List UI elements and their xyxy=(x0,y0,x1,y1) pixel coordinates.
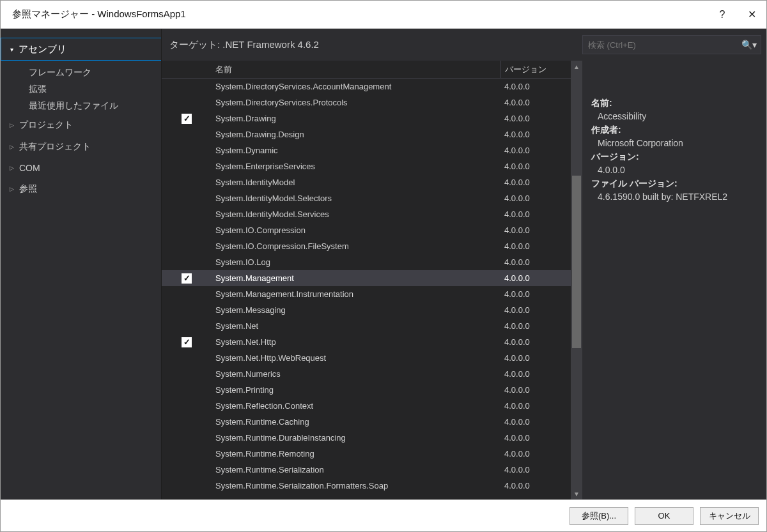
sidebar-sub-item[interactable]: 拡張 xyxy=(1,81,161,98)
scroll-down-arrow[interactable]: ▼ xyxy=(571,488,582,499)
cancel-button[interactable]: キャンセル xyxy=(700,507,759,525)
table-row[interactable]: ✓System.Management4.0.0.0 xyxy=(162,270,571,286)
sidebar-category-label: 共有プロジェクト xyxy=(19,141,91,153)
table-row[interactable]: System.Runtime.Serialization4.0.0.0 xyxy=(162,462,571,478)
row-name: System.IdentityModel.Selectors xyxy=(212,194,500,203)
detail-filever-value: 4.6.1590.0 built by: NETFXREL2 xyxy=(591,190,757,204)
checkbox-checked-icon[interactable]: ✓ xyxy=(182,337,192,347)
column-name-label: 名前 xyxy=(215,64,232,75)
table-row[interactable]: System.DirectoryServices.Protocols4.0.0.… xyxy=(162,95,571,110)
sidebar-sub-item[interactable]: フレームワーク xyxy=(1,65,161,81)
row-checkbox-cell[interactable]: ✓ xyxy=(162,273,212,284)
table-row[interactable]: System.IO.Log4.0.0.0 xyxy=(162,254,571,270)
row-checkbox-cell[interactable]: ✓ xyxy=(162,114,212,124)
scroll-thumb[interactable] xyxy=(572,176,581,348)
row-name: System.IO.Log xyxy=(212,257,500,267)
row-name: System.IO.Compression.FileSystem xyxy=(212,241,500,251)
sidebar-category-assemblies[interactable]: ▾ アセンブリ xyxy=(1,38,161,61)
checkbox-checked-icon[interactable]: ✓ xyxy=(182,114,192,124)
checkbox-checked-icon[interactable]: ✓ xyxy=(182,273,192,284)
row-version: 4.0.0.0 xyxy=(500,337,571,347)
table-row[interactable]: System.Printing4.0.0.0 xyxy=(162,382,571,398)
table-row[interactable]: System.IdentityModel.Selectors4.0.0.0 xyxy=(162,190,571,206)
row-name: System.Runtime.Remoting xyxy=(212,449,500,459)
row-name: System.Management.Instrumentation xyxy=(212,289,500,299)
row-checkbox-cell[interactable]: ✓ xyxy=(162,337,212,347)
table-row[interactable]: System.IO.Compression4.0.0.0 xyxy=(162,222,571,238)
column-name[interactable]: 名前 xyxy=(212,61,500,78)
row-version: 4.0.0.0 xyxy=(500,273,571,283)
vertical-scrollbar[interactable]: ▲ ▼ xyxy=(571,61,582,499)
row-version: 4.0.0.0 xyxy=(500,98,571,107)
table-row[interactable]: System.DirectoryServices.AccountManageme… xyxy=(162,79,571,95)
row-name: System.Runtime.DurableInstancing xyxy=(212,433,500,443)
row-name: System.Numerics xyxy=(212,369,500,379)
ok-button[interactable]: OK xyxy=(635,507,693,525)
table-row[interactable]: System.IdentityModel4.0.0.0 xyxy=(162,174,571,190)
help-icon: ? xyxy=(720,9,725,20)
row-version: 4.0.0.0 xyxy=(500,433,571,443)
row-version: 4.0.0.0 xyxy=(500,481,571,490)
sidebar-category[interactable]: ▷参照 xyxy=(1,178,161,200)
row-name: System.Runtime.Serialization.Formatters.… xyxy=(212,481,500,490)
sidebar-category[interactable]: ▷COM xyxy=(1,158,161,178)
row-version: 4.0.0.0 xyxy=(500,241,571,251)
sidebar-sub-item[interactable]: 最近使用したファイル xyxy=(1,98,161,114)
table-row[interactable]: System.Management.Instrumentation4.0.0.0 xyxy=(162,286,571,302)
row-version: 4.0.0.0 xyxy=(500,178,571,187)
row-version: 4.0.0.0 xyxy=(500,353,571,363)
column-version[interactable]: バージョン xyxy=(500,61,571,78)
row-version: 4.0.0.0 xyxy=(500,146,571,155)
grid-area: 名前 バージョン System.DirectoryServices.Accoun… xyxy=(162,61,766,499)
column-check[interactable] xyxy=(162,61,212,78)
table-row[interactable]: System.Dynamic4.0.0.0 xyxy=(162,142,571,158)
table-row[interactable]: ✓System.Drawing4.0.0.0 xyxy=(162,110,571,126)
sidebar-header-label: アセンブリ xyxy=(19,43,66,56)
row-name: System.IdentityModel.Services xyxy=(212,209,500,219)
grid-body[interactable]: System.DirectoryServices.AccountManageme… xyxy=(162,79,571,499)
table-row[interactable]: System.Net.Http.WebRequest4.0.0.0 xyxy=(162,350,571,366)
table-row[interactable]: System.IdentityModel.Services4.0.0.0 xyxy=(162,206,571,222)
sidebar-category[interactable]: ▷共有プロジェクト xyxy=(1,136,161,158)
close-button[interactable]: ✕ xyxy=(737,1,766,29)
table-row[interactable]: System.Drawing.Design4.0.0.0 xyxy=(162,126,571,142)
row-name: System.Drawing.Design xyxy=(212,130,500,139)
target-framework-label: ターゲット: .NET Framework 4.6.2 xyxy=(169,39,582,51)
table-row[interactable]: System.IO.Compression.FileSystem4.0.0.0 xyxy=(162,238,571,254)
table-row[interactable]: System.Runtime.Remoting4.0.0.0 xyxy=(162,446,571,462)
table-row[interactable]: System.Runtime.Serialization.Formatters.… xyxy=(162,478,571,494)
sidebar-category[interactable]: ▷プロジェクト xyxy=(1,114,161,136)
detail-name-label: 名前: xyxy=(591,96,757,110)
table-row[interactable]: System.Reflection.Context4.0.0.0 xyxy=(162,398,571,414)
browse-button-label: 参照(B)... xyxy=(582,511,616,521)
sidebar-category-label: プロジェクト xyxy=(19,119,73,131)
assembly-grid: 名前 バージョン System.DirectoryServices.Accoun… xyxy=(162,61,571,499)
search-box[interactable]: 🔍▾ xyxy=(582,35,761,54)
scroll-up-arrow[interactable]: ▲ xyxy=(571,61,582,72)
search-icon[interactable]: 🔍▾ xyxy=(741,40,757,50)
table-row[interactable]: System.Runtime.DurableInstancing4.0.0.0 xyxy=(162,430,571,446)
row-name: System.Messaging xyxy=(212,305,500,315)
row-name: System.Net xyxy=(212,321,500,331)
browse-button[interactable]: 参照(B)... xyxy=(569,507,628,525)
titlebar: 参照マネージャー - WindowsFormsApp1 ? ✕ xyxy=(1,1,766,29)
table-row[interactable]: ✓System.Net.Http4.0.0.0 xyxy=(162,334,571,350)
search-input[interactable] xyxy=(588,40,741,50)
row-version: 4.0.0.0 xyxy=(500,321,571,331)
table-row[interactable]: System.Messaging4.0.0.0 xyxy=(162,302,571,318)
row-name: System.DirectoryServices.AccountManageme… xyxy=(212,82,500,91)
row-name: System.Net.Http.WebRequest xyxy=(212,353,500,363)
grid-header: 名前 バージョン xyxy=(162,61,571,79)
table-row[interactable]: System.Net4.0.0.0 xyxy=(162,318,571,334)
window-title: 参照マネージャー - WindowsFormsApp1 xyxy=(12,8,186,20)
table-row[interactable]: System.EnterpriseServices4.0.0.0 xyxy=(162,158,571,174)
table-row[interactable]: System.Numerics4.0.0.0 xyxy=(162,366,571,382)
row-version: 4.0.0.0 xyxy=(500,114,571,123)
row-version: 4.0.0.0 xyxy=(500,194,571,203)
detail-author-label: 作成者: xyxy=(591,123,757,137)
footer: 参照(B)... OK キャンセル xyxy=(1,499,766,531)
help-button[interactable]: ? xyxy=(708,1,737,29)
ok-button-label: OK xyxy=(658,511,670,521)
row-version: 4.0.0.0 xyxy=(500,162,571,171)
table-row[interactable]: System.Runtime.Caching4.0.0.0 xyxy=(162,414,571,430)
